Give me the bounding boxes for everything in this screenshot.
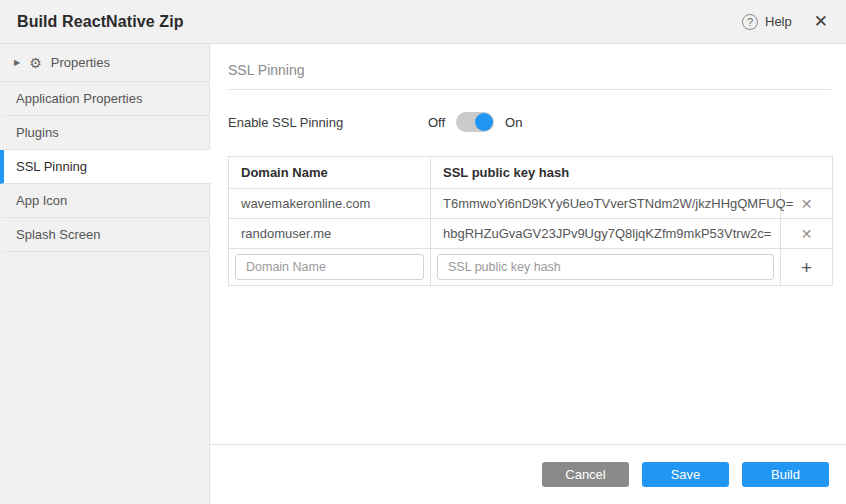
sidebar: ▶ ⚙ Properties Application Properties Pl… bbox=[0, 44, 210, 504]
dialog-footer: Cancel Save Build bbox=[210, 444, 846, 504]
new-entry-row: + bbox=[229, 249, 833, 286]
sidebar-item-app-icon[interactable]: App Icon bbox=[0, 184, 209, 218]
delete-row-icon[interactable]: ✕ bbox=[801, 196, 813, 212]
table-row: wavemakeronline.com T6mmwoYi6nD9KYy6UeoT… bbox=[229, 189, 833, 219]
toggle-off-label: Off bbox=[428, 115, 445, 130]
hash-cell: hbgRHZuGvaGV23JPv9Ugy7Q8ljqKZfm9mkP53Vtr… bbox=[431, 219, 781, 249]
domain-name-input[interactable] bbox=[235, 254, 424, 280]
sidebar-item-label: SSL Pinning bbox=[16, 159, 87, 174]
build-button[interactable]: Build bbox=[742, 462, 829, 487]
sidebar-item-label: Plugins bbox=[16, 125, 59, 140]
dialog-header: Build ReactNative Zip ? Help ✕ bbox=[0, 0, 846, 44]
table-row: randomuser.me hbgRHZuGvaGV23JPv9Ugy7Q8lj… bbox=[229, 219, 833, 249]
header-controls: ? Help ✕ bbox=[742, 13, 828, 30]
ssl-pinning-table: Domain Name SSL public key hash wavemake… bbox=[228, 156, 833, 286]
new-domain-cell bbox=[229, 249, 431, 286]
add-row-cell: + bbox=[781, 249, 833, 286]
chevron-right-icon[interactable]: ▶ bbox=[14, 58, 20, 67]
dialog-title: Build ReactNative Zip bbox=[17, 13, 184, 31]
sidebar-item-properties[interactable]: ▶ ⚙ Properties bbox=[0, 44, 209, 82]
build-reactnative-zip-dialog: Build ReactNative Zip ? Help ✕ ▶ ⚙ Prope… bbox=[0, 0, 846, 504]
add-row-icon[interactable]: + bbox=[801, 258, 812, 277]
ssl-key-hash-header: SSL public key hash bbox=[431, 157, 781, 189]
toggle-on-label: On bbox=[505, 115, 522, 130]
table-header-row: Domain Name SSL public key hash bbox=[229, 157, 833, 189]
sidebar-item-label: Splash Screen bbox=[16, 227, 101, 242]
ssl-pinning-content: SSL Pinning Enable SSL Pinning Off On bbox=[210, 44, 846, 444]
actions-header bbox=[781, 157, 833, 189]
help-label[interactable]: Help bbox=[765, 14, 792, 29]
new-hash-cell bbox=[431, 249, 781, 286]
delete-row-cell: ✕ bbox=[781, 219, 833, 249]
help-button[interactable]: ? Help bbox=[742, 14, 792, 30]
domain-cell: wavemakeronline.com bbox=[229, 189, 431, 219]
sidebar-item-label: Application Properties bbox=[16, 91, 142, 106]
save-button[interactable]: Save bbox=[642, 462, 729, 487]
hash-cell: T6mmwoYi6nD9KYy6UeoTVverSTNdm2W/jkzHHgQM… bbox=[431, 189, 781, 219]
sidebar-item-splash-screen[interactable]: Splash Screen bbox=[0, 218, 209, 252]
enable-ssl-pinning-row: Enable SSL Pinning Off On bbox=[228, 112, 831, 132]
domain-cell: randomuser.me bbox=[229, 219, 431, 249]
domain-name-header: Domain Name bbox=[229, 157, 431, 189]
ssl-pinning-toggle-group: Off On bbox=[428, 112, 522, 132]
main-panel: SSL Pinning Enable SSL Pinning Off On bbox=[210, 44, 846, 504]
toggle-knob bbox=[475, 113, 493, 131]
cancel-button[interactable]: Cancel bbox=[542, 462, 629, 487]
close-icon[interactable]: ✕ bbox=[814, 13, 828, 30]
section-title: SSL Pinning bbox=[228, 62, 831, 90]
sidebar-item-ssl-pinning[interactable]: SSL Pinning bbox=[0, 150, 211, 184]
dialog-body: ▶ ⚙ Properties Application Properties Pl… bbox=[0, 44, 846, 504]
sidebar-item-label: Properties bbox=[51, 55, 110, 70]
ssl-key-hash-input[interactable] bbox=[437, 254, 774, 280]
sidebar-item-application-properties[interactable]: Application Properties bbox=[0, 82, 209, 116]
enable-ssl-pinning-label: Enable SSL Pinning bbox=[228, 115, 428, 130]
gear-icon: ⚙ bbox=[29, 56, 42, 70]
ssl-pinning-toggle[interactable] bbox=[456, 112, 494, 132]
delete-row-icon[interactable]: ✕ bbox=[801, 226, 813, 242]
help-icon[interactable]: ? bbox=[742, 14, 758, 30]
sidebar-item-label: App Icon bbox=[16, 193, 67, 208]
sidebar-item-plugins[interactable]: Plugins bbox=[0, 116, 209, 150]
